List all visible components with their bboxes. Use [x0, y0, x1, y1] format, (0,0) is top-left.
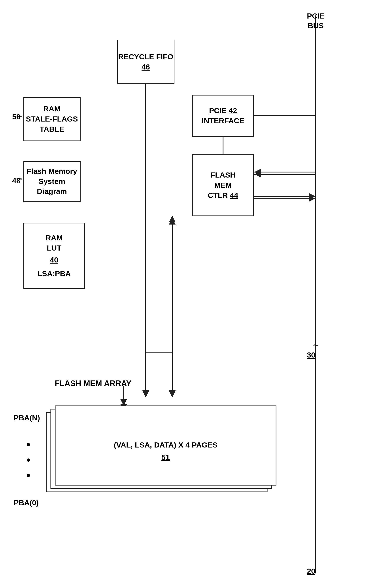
svg-text:~: ~ — [313, 340, 319, 351]
flash-pages-number: 51 — [161, 452, 170, 462]
flash-pages-box: (VAL, LSA, DATA) X 4 PAGES 51 — [64, 419, 267, 483]
svg-marker-38 — [120, 399, 127, 406]
recycle-fifo-box: RECYCLE FIFO 46 — [117, 40, 175, 84]
recycle-fifo-number: 46 — [141, 62, 150, 72]
svg-marker-36 — [169, 216, 175, 222]
svg-marker-13 — [254, 169, 261, 175]
label-20: 20 — [307, 567, 315, 575]
svg-marker-9 — [169, 390, 175, 397]
flash-pages-label: (VAL, LSA, DATA) X 4 PAGES — [114, 440, 218, 450]
ram-stale-flags-box: RAMSTALE-FLAGSTABLE — [23, 97, 81, 141]
pba-n-label: PBA(N) — [14, 413, 40, 422]
svg-marker-20 — [120, 404, 127, 411]
dots-label: ••• — [27, 437, 30, 483]
ram-lut-sublabel: LSA:PBA — [37, 269, 71, 279]
diagram-lines: ~ ~ ~ — [0, 0, 365, 588]
recycle-fifo-label: RECYCLE FIFO — [118, 52, 173, 62]
pcie-interface-box: PCIE 42INTERFACE — [192, 95, 254, 137]
svg-marker-25 — [142, 391, 149, 398]
pcie-bus-text: PCIEBUS — [307, 12, 324, 30]
ram-usage-table-box: Flash Memory System Diagram — [23, 161, 81, 202]
svg-marker-4 — [142, 390, 149, 397]
svg-marker-27 — [169, 391, 175, 398]
ram-lut-box: RAMLUT 40 LSA:PBA — [23, 223, 85, 289]
label-50: 50 — [12, 113, 21, 121]
svg-marker-33 — [309, 193, 315, 200]
flash-mem-array-label: FLASH MEM ARRAY — [55, 379, 131, 388]
pcie-bus-label: PCIEBUS — [307, 11, 324, 30]
svg-marker-31 — [254, 171, 261, 177]
pba-0-label: PBA(0) — [14, 499, 39, 507]
ram-lut-number: 40 — [50, 255, 58, 265]
diagram-container: ~ ~ ~ — [0, 0, 365, 588]
ram-usage-table-label: Flash Memory System Diagram — [24, 166, 80, 197]
svg-marker-6 — [169, 218, 175, 224]
svg-marker-15 — [309, 195, 315, 202]
label-30: 30 — [307, 351, 315, 359]
ram-lut-label: RAMLUT — [45, 233, 63, 253]
flash-mem-ctlr-box: FLASHMEMCTLR 44 — [192, 154, 254, 216]
label-48: 48 — [12, 176, 21, 185]
ram-stale-flags-label: RAMSTALE-FLAGSTABLE — [26, 104, 78, 134]
pcie-interface-label: PCIE 42INTERFACE — [202, 106, 245, 126]
diagram-arrows — [0, 0, 365, 588]
flash-mem-ctlr-label: FLASHMEMCTLR 44 — [208, 170, 238, 201]
